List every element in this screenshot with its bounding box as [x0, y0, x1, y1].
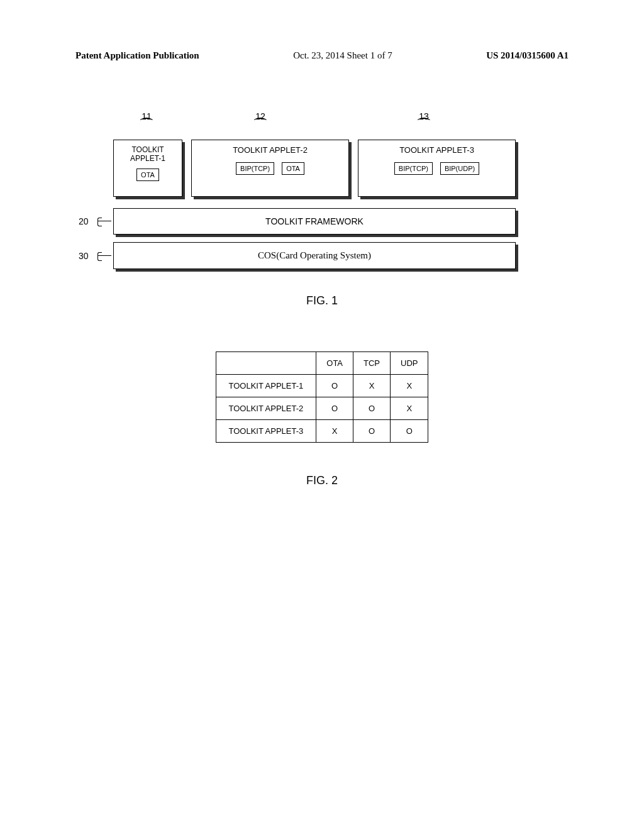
cell: O — [316, 397, 353, 420]
ref-30-label: 30 — [79, 251, 89, 261]
cell: O — [353, 397, 391, 420]
row-applet-3: TOOLKIT APPLET-3 — [216, 420, 316, 443]
applet-1-box: TOOLKIT APPLET-1 OTA — [113, 140, 182, 197]
cell: X — [316, 420, 353, 443]
applet-3-tag-bip-tcp: BIP(TCP) — [394, 162, 433, 175]
cell: O — [316, 375, 353, 397]
figure-2-table: OTA TCP UDP TOOLKIT APPLET-1 O X X TOOLK… — [216, 351, 429, 443]
framework-text: TOOLKIT FRAMEWORK — [113, 208, 516, 235]
table-row: TOOLKIT APPLET-2 O O X — [216, 397, 428, 420]
cell: X — [391, 375, 428, 397]
applet-2-box: TOOLKIT APPLET-2 BIP(TCP) OTA — [191, 140, 349, 197]
page-content: Patent Application Publication Oct. 23, … — [0, 0, 644, 569]
header-right: US 2014/0315600 A1 — [486, 50, 569, 61]
applet-1-tag-ota: OTA — [136, 169, 159, 181]
figure-1-caption: FIG. 1 — [75, 294, 569, 307]
applet-2-tag-bip-tcp: BIP(TCP) — [236, 162, 274, 175]
ref-12: 12 ⁀ — [255, 111, 266, 130]
table-corner-empty — [216, 352, 316, 375]
figure-2-caption: FIG. 2 — [75, 474, 569, 487]
applet-2-tag-ota: OTA — [282, 162, 304, 175]
row-applet-2: TOOLKIT APPLET-2 — [216, 397, 316, 420]
cos-text: COS(Card Operating System) — [113, 242, 516, 269]
applet-3-tag-bip-udp: BIP(UDP) — [440, 162, 479, 175]
reference-numbers-row: 11 ⁀ 12 ⁀ 13 ⁀ — [113, 111, 516, 140]
applets-row: TOOLKIT APPLET-1 OTA TOOLKIT APPLET-2 BI… — [113, 140, 516, 197]
applet-1-title-l1: TOOLKIT — [131, 145, 164, 154]
figure-1: 11 ⁀ 12 ⁀ 13 ⁀ TOOLKIT APPLET-1 OTA — [113, 111, 516, 269]
col-ota: OTA — [316, 352, 353, 375]
ref-20-lead — [97, 221, 111, 221]
applet-2-title: TOOLKIT APPLET-2 — [197, 145, 343, 155]
table-row: TOOLKIT APPLET-1 O X X — [216, 375, 428, 397]
table-header-row: OTA TCP UDP — [216, 352, 428, 375]
cell: X — [353, 375, 391, 397]
header-mid: Oct. 23, 2014 Sheet 1 of 7 — [293, 50, 392, 61]
row-applet-1: TOOLKIT APPLET-1 — [216, 375, 316, 397]
page-header: Patent Application Publication Oct. 23, … — [75, 50, 569, 61]
ref-20-label: 20 — [79, 216, 89, 226]
table-row: TOOLKIT APPLET-3 X O O — [216, 420, 428, 443]
cos-bar: 30 COS(Card Operating System) — [113, 242, 516, 269]
header-left: Patent Application Publication — [75, 50, 199, 61]
ref-30-lead — [97, 255, 111, 256]
framework-bar: 20 TOOLKIT FRAMEWORK — [113, 208, 516, 235]
applet-1-title-l2: APPLET-1 — [130, 154, 165, 163]
applet-3-title: TOOLKIT APPLET-3 — [364, 145, 510, 155]
cell: O — [353, 420, 391, 443]
applet-3-box: TOOLKIT APPLET-3 BIP(TCP) BIP(UDP) — [358, 140, 516, 197]
applet-1-title: TOOLKIT APPLET-1 — [118, 145, 178, 163]
col-tcp: TCP — [353, 352, 391, 375]
cell: X — [391, 397, 428, 420]
ref-11: 11 ⁀ — [141, 111, 152, 130]
cell: O — [391, 420, 428, 443]
col-udp: UDP — [391, 352, 428, 375]
ref-13: 13 ⁀ — [418, 111, 430, 130]
